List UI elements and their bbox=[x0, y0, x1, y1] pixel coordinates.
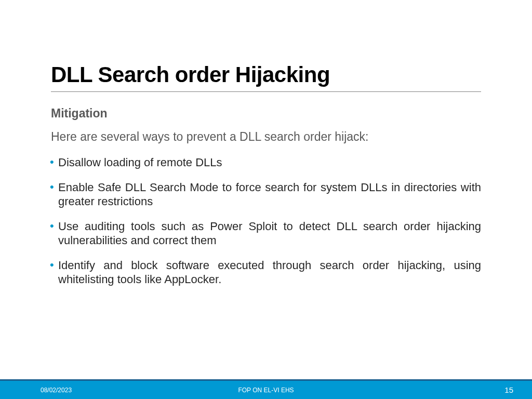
slide-footer: 08/02/2023 FOP ON EL-VI EHS 15 bbox=[0, 379, 532, 399]
slide-title: DLL Search order Hijacking bbox=[51, 62, 481, 87]
section-heading: Mitigation bbox=[51, 107, 481, 121]
footer-center-text: FOP ON EL-VI EHS bbox=[238, 387, 294, 394]
list-item: Identify and block software executed thr… bbox=[51, 258, 481, 287]
list-item: Use auditing tools such as Power Sploit … bbox=[51, 219, 481, 248]
slide-content: DLL Search order Hijacking Mitigation He… bbox=[0, 0, 532, 287]
list-item: Enable Safe DLL Search Mode to force sea… bbox=[51, 180, 481, 209]
title-divider bbox=[51, 91, 481, 92]
list-item: Disallow loading of remote DLLs bbox=[51, 155, 481, 170]
intro-text: Here are several ways to prevent a DLL s… bbox=[51, 130, 481, 144]
footer-date: 08/02/2023 bbox=[41, 387, 72, 394]
footer-page-number: 15 bbox=[504, 385, 513, 394]
footer-bar: 08/02/2023 FOP ON EL-VI EHS 15 bbox=[0, 381, 532, 399]
bullet-list: Disallow loading of remote DLLs Enable S… bbox=[51, 155, 481, 287]
